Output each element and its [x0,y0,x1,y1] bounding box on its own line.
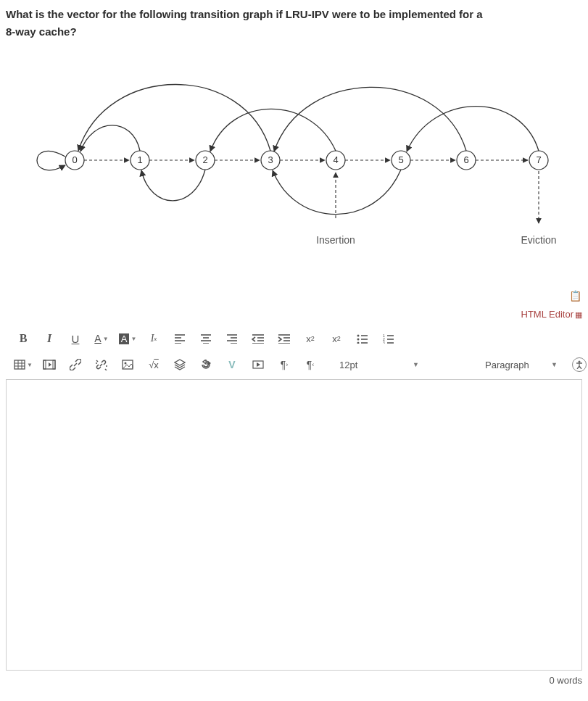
svg-line-59 [105,369,107,370]
svg-point-68 [579,361,581,363]
svg-rect-56 [53,360,55,369]
superscript-button[interactable]: x2 [300,328,320,349]
media-button[interactable] [39,354,59,375]
svg-rect-49 [15,360,25,369]
word-count: 0 words [6,675,582,686]
svg-text:3: 3 [383,341,385,344]
insertion-label: Insertion [316,234,355,246]
rtl-button[interactable]: ¶‹ [300,354,320,375]
outdent-button[interactable] [248,328,268,349]
svg-marker-64 [175,360,185,365]
transition-graph: 0 1 2 3 4 5 6 7 Insertion [6,48,582,258]
question-text: What is the vector for the following tra… [6,6,582,41]
svg-marker-67 [257,362,260,367]
eviction-label: Eviction [521,234,556,246]
editor-toolbar-row1: B I U A▼ A▼ Ix x2 x2 123 [6,324,582,350]
svg-point-39 [357,342,360,344]
html-editor-icon: ▦ [575,310,582,319]
editor-content-area[interactable] [6,379,582,671]
italic-button[interactable]: I [39,328,59,349]
node-1: 1 [137,154,142,165]
clear-format-button[interactable]: Ix [144,328,164,349]
html-editor-toggle[interactable]: HTML Editor▦ [6,309,582,320]
node-7: 7 [536,154,541,165]
chevron-down-icon: ▼ [413,361,419,368]
underline-button[interactable]: U [65,328,86,349]
node-4: 4 [333,154,338,165]
node-0: 0 [72,154,77,165]
node-3: 3 [268,154,273,165]
numbered-list-button[interactable]: 123 [378,328,399,349]
accessibility-button[interactable] [572,357,587,372]
chevron-down-icon: ▼ [551,361,558,368]
editor-toolbar-row2: ▼ √x V ¶› ¶‹ 12pt ▼ P [6,350,588,376]
node-6: 6 [463,154,468,165]
insert-down-button[interactable]: V [222,354,242,375]
svg-point-38 [357,339,360,341]
font-size-value: 12pt [339,360,357,370]
svg-point-37 [357,335,360,337]
indent-button[interactable] [274,328,294,349]
math-button[interactable]: √x [144,354,164,375]
svg-rect-55 [44,360,46,369]
redo-button[interactable] [196,354,216,375]
svg-line-58 [96,360,98,362]
node-5: 5 [398,154,403,165]
svg-point-63 [125,362,127,365]
link-button[interactable] [65,354,86,375]
question-line2: 8-way cache? [6,25,77,38]
rich-text-editor: HTML Editor▦ B I U A▼ A▼ Ix x2 x2 123 [6,309,582,686]
svg-marker-57 [49,362,51,367]
layers-button[interactable] [170,354,190,375]
align-center-button[interactable] [196,328,216,349]
question-line1: What is the vector for the following tra… [6,8,483,20]
html-editor-label: HTML Editor [521,309,573,320]
font-size-select[interactable]: 12pt ▼ [335,355,423,374]
bg-color-button[interactable]: A▼ [117,328,138,349]
clipboard-icon[interactable]: 📋 [569,290,581,302]
bold-button[interactable]: B [13,328,33,349]
node-2: 2 [202,154,207,165]
video-button[interactable] [248,354,268,375]
ltr-button[interactable]: ¶› [274,354,294,375]
image-button[interactable] [117,354,138,375]
align-left-button[interactable] [170,328,190,349]
block-format-value: Paragraph [485,360,529,370]
table-button[interactable]: ▼ [13,354,33,375]
unlink-button[interactable] [91,354,112,375]
bullet-list-button[interactable] [352,328,373,349]
align-right-button[interactable] [222,328,242,349]
text-color-button[interactable]: A▼ [91,328,112,349]
block-format-select[interactable]: Paragraph ▼ [481,355,562,374]
subscript-button[interactable]: x2 [326,328,347,349]
